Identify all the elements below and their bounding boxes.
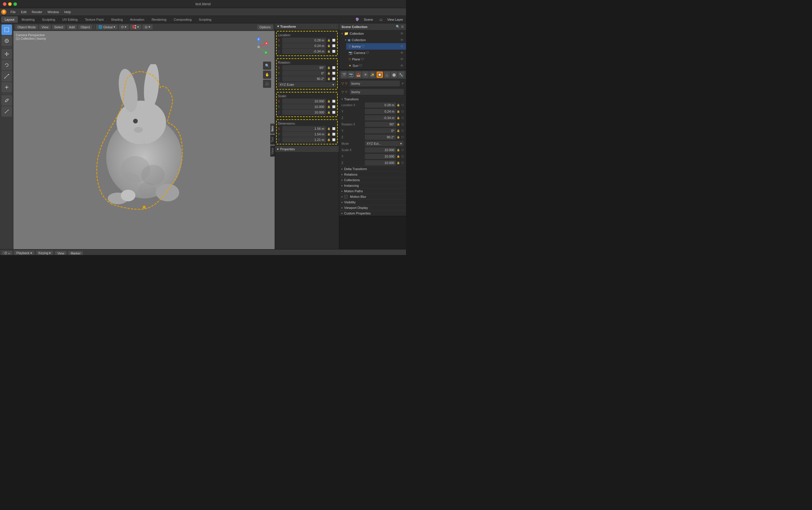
playback-btn[interactable]: Playback ▾ — [14, 251, 34, 255]
relations-section[interactable]: ▸ Relations — [339, 172, 406, 177]
menu-render[interactable]: Render — [29, 10, 45, 14]
motion-paths-section[interactable]: ▸ Motion Paths — [339, 188, 406, 194]
tool-transform[interactable] — [1, 82, 12, 92]
menu-window[interactable]: Window — [45, 10, 61, 14]
rotation-z-lock[interactable]: 🔒 — [327, 77, 331, 81]
motion-blur-section[interactable]: ▸ ✓ Motion Blur — [339, 194, 406, 199]
tool-rotate[interactable] — [1, 60, 12, 70]
scale-z-lock[interactable]: 🔒 — [327, 110, 331, 115]
options-btn[interactable]: Options — [257, 25, 273, 29]
props-tab-scene[interactable]: 🎬 — [341, 71, 347, 78]
proportional-edit[interactable]: ◎ ▾ — [142, 25, 153, 29]
sc-x-value[interactable]: 10.000 — [365, 147, 396, 153]
location-z-lock[interactable]: 🔒 — [327, 49, 331, 54]
rotation-z-dot[interactable]: ⬜ — [331, 77, 336, 81]
instancing-section[interactable]: ▸ Instancing — [339, 183, 406, 188]
tool-select-box[interactable] — [1, 25, 12, 35]
location-x-dot[interactable]: ⬜ — [331, 38, 336, 42]
scale-z-dot[interactable]: ⬜ — [331, 110, 336, 115]
bunny-restrict-icon[interactable]: 🛡 — [361, 44, 365, 48]
loc-z-value[interactable]: -0.34 m — [365, 115, 396, 120]
visibility-section[interactable]: ▸ Visibility — [339, 199, 406, 205]
scale-y-dot[interactable]: ⬜ — [331, 104, 336, 109]
transform-collapse[interactable]: ▾ Transform — [339, 96, 406, 102]
sun-eye[interactable]: 👁 — [400, 64, 404, 68]
rotation-y-lock[interactable]: 🔒 — [327, 71, 331, 76]
euler-mode-select[interactable]: XYZ Euler ▾ — [278, 82, 336, 87]
tool-tab[interactable]: Tool — [270, 135, 274, 145]
scene-collection-eye[interactable]: 👁 — [400, 31, 404, 36]
props-tab-material[interactable]: ⬤ — [391, 71, 397, 78]
sc-x-lock[interactable]: 🔒 — [397, 149, 401, 151]
props-tab-modifier[interactable]: 🔧 — [398, 71, 404, 78]
dim-z-lock[interactable]: 🔒 — [327, 138, 331, 142]
sun-restrict-icon[interactable]: 🛡 — [359, 64, 362, 67]
object-menu-btn[interactable]: Object — [78, 25, 92, 29]
tool-measure[interactable] — [1, 106, 12, 117]
props-tab-particles[interactable]: ✨ — [370, 71, 376, 78]
pan-viewport[interactable]: ✋ — [263, 70, 271, 79]
outliner-item-camera[interactable]: 📷 Camera 🛡 👁 — [346, 50, 406, 56]
location-x-input[interactable] — [282, 38, 326, 43]
tool-move[interactable] — [1, 49, 12, 59]
scale-x-input[interactable] — [282, 99, 326, 104]
pivot-point[interactable]: ⊙ ▾ — [119, 25, 129, 29]
keying-btn[interactable]: Keying ▾ — [36, 251, 53, 255]
delta-transform-section[interactable]: ▸ Delta Transform — [339, 166, 406, 172]
dim-x-lock[interactable]: 🔒 — [327, 126, 331, 131]
tab-sculpting[interactable]: Sculpting — [38, 16, 59, 23]
orbit-viewport[interactable]: 🎥 — [263, 80, 271, 88]
props-tab-data[interactable]: △ — [384, 71, 390, 78]
minimize-button[interactable] — [8, 2, 12, 6]
item-tab[interactable]: Item — [270, 123, 274, 133]
menu-edit[interactable]: Edit — [19, 10, 29, 14]
object-link-icon[interactable]: ↗ — [401, 82, 404, 86]
props-tab-render[interactable]: 📷 — [348, 71, 354, 78]
loc-y-value[interactable]: 0.24 m — [365, 109, 396, 114]
bunny-eye[interactable]: 👁 — [400, 44, 404, 49]
tool-cursor[interactable] — [1, 36, 12, 46]
outliner-filter-icon[interactable]: 🔍 — [396, 25, 400, 29]
camera-restrict-icon[interactable]: 🛡 — [366, 51, 369, 55]
outliner-item-scene-collection[interactable]: ▾ 📁 Collection 👁 — [339, 30, 406, 37]
location-y-input[interactable] — [282, 43, 326, 49]
snapping-toggle[interactable]: 🧲 ▾ — [130, 25, 141, 29]
add-menu-btn[interactable]: Add — [67, 25, 77, 29]
select-menu-btn[interactable]: Select — [52, 25, 66, 29]
marker-btn[interactable]: Marker — [68, 251, 83, 255]
mesh-data-input[interactable] — [350, 89, 404, 95]
viewport-display-section[interactable]: ▸ Viewport Display — [339, 205, 406, 210]
motion-blur-checkbox[interactable]: ✓ — [344, 195, 348, 199]
object-mode-btn[interactable]: Object Mode — [15, 25, 38, 29]
scale-y-input[interactable] — [282, 104, 326, 110]
blender-logo[interactable]: B — [1, 9, 6, 14]
tool-scale[interactable] — [1, 71, 12, 81]
location-x-lock[interactable]: 🔒 — [327, 38, 331, 42]
dim-y-lock[interactable]: 🔒 — [327, 132, 331, 137]
outliner-item-plane[interactable]: ▽ Plane 🛡 👁 — [346, 56, 406, 62]
3d-viewport[interactable]: Camera Perspective (1) Collection | bunn… — [13, 31, 274, 249]
close-button[interactable] — [3, 2, 6, 6]
dim-z-input[interactable] — [282, 137, 326, 142]
view-tab[interactable]: View — [270, 146, 274, 157]
scale-x-dot[interactable]: ⬜ — [331, 99, 336, 103]
menu-help[interactable]: Help — [62, 10, 73, 14]
tab-animation[interactable]: Animation — [127, 16, 148, 23]
tool-annotate[interactable] — [1, 95, 12, 106]
transform-panel-header[interactable]: ▾ Transform ⋮⋮ — [275, 23, 339, 30]
dim-z-dot[interactable]: ⬜ — [331, 138, 336, 142]
object-name-input[interactable] — [350, 81, 400, 86]
props-tab-object[interactable]: 🔲 — [377, 71, 383, 78]
tab-texture-paint[interactable]: Texture Paint — [81, 16, 107, 23]
rot-x-value[interactable]: 90° — [365, 122, 396, 127]
rot-x-lock[interactable]: 🔒 — [397, 123, 401, 126]
sc-y-value[interactable]: 10.000 — [365, 154, 396, 159]
tab-uv-editing[interactable]: UV Editing — [59, 16, 81, 23]
tab-scripting[interactable]: Scripting — [195, 16, 215, 23]
camera-eye[interactable]: 👁 — [400, 51, 404, 55]
tab-layout[interactable]: Layout — [1, 16, 18, 23]
loc-y-lock[interactable]: 🔒 — [397, 110, 401, 113]
loc-z-lock[interactable]: 🔒 — [397, 116, 401, 119]
location-y-dot[interactable]: ⬜ — [331, 43, 336, 48]
props-tab-output[interactable]: 📤 — [355, 71, 361, 78]
